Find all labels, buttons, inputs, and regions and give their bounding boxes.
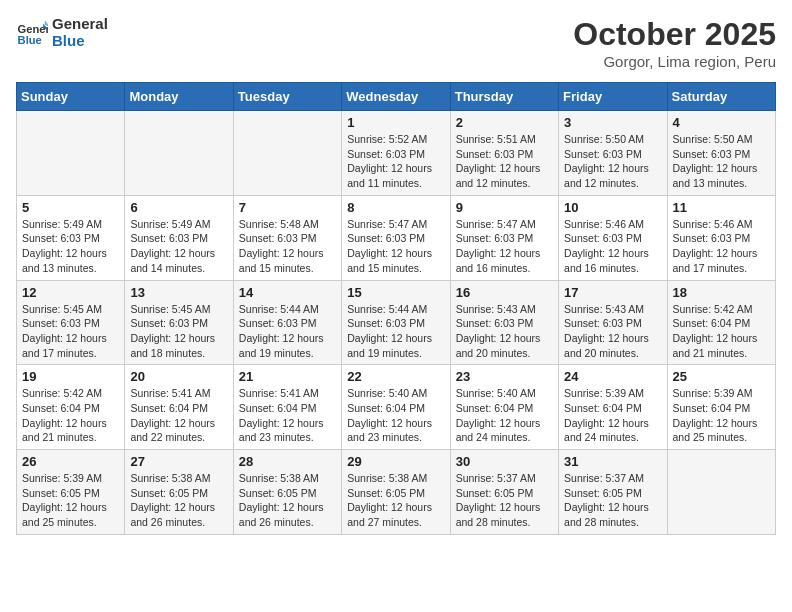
calendar-cell: 27Sunrise: 5:38 AM Sunset: 6:05 PM Dayli… [125, 450, 233, 535]
title-block: October 2025 Gorgor, Lima region, Peru [573, 16, 776, 70]
calendar-cell: 22Sunrise: 5:40 AM Sunset: 6:04 PM Dayli… [342, 365, 450, 450]
calendar-cell: 10Sunrise: 5:46 AM Sunset: 6:03 PM Dayli… [559, 195, 667, 280]
calendar-cell: 23Sunrise: 5:40 AM Sunset: 6:04 PM Dayli… [450, 365, 558, 450]
calendar-cell: 17Sunrise: 5:43 AM Sunset: 6:03 PM Dayli… [559, 280, 667, 365]
logo: General Blue General Blue [16, 16, 108, 49]
page-header: General Blue General Blue October 2025 G… [16, 16, 776, 70]
day-number: 5 [22, 200, 119, 215]
day-info: Sunrise: 5:40 AM Sunset: 6:04 PM Dayligh… [456, 386, 553, 445]
day-number: 4 [673, 115, 770, 130]
day-info: Sunrise: 5:38 AM Sunset: 6:05 PM Dayligh… [130, 471, 227, 530]
calendar-cell: 24Sunrise: 5:39 AM Sunset: 6:04 PM Dayli… [559, 365, 667, 450]
day-info: Sunrise: 5:49 AM Sunset: 6:03 PM Dayligh… [130, 217, 227, 276]
calendar-cell: 19Sunrise: 5:42 AM Sunset: 6:04 PM Dayli… [17, 365, 125, 450]
day-number: 22 [347, 369, 444, 384]
day-info: Sunrise: 5:50 AM Sunset: 6:03 PM Dayligh… [673, 132, 770, 191]
day-number: 9 [456, 200, 553, 215]
day-number: 10 [564, 200, 661, 215]
day-info: Sunrise: 5:52 AM Sunset: 6:03 PM Dayligh… [347, 132, 444, 191]
day-info: Sunrise: 5:51 AM Sunset: 6:03 PM Dayligh… [456, 132, 553, 191]
calendar-cell: 1Sunrise: 5:52 AM Sunset: 6:03 PM Daylig… [342, 111, 450, 196]
calendar-cell: 29Sunrise: 5:38 AM Sunset: 6:05 PM Dayli… [342, 450, 450, 535]
calendar-cell: 16Sunrise: 5:43 AM Sunset: 6:03 PM Dayli… [450, 280, 558, 365]
weekday-header-friday: Friday [559, 83, 667, 111]
calendar-week-1: 1Sunrise: 5:52 AM Sunset: 6:03 PM Daylig… [17, 111, 776, 196]
calendar-cell: 15Sunrise: 5:44 AM Sunset: 6:03 PM Dayli… [342, 280, 450, 365]
calendar-cell: 13Sunrise: 5:45 AM Sunset: 6:03 PM Dayli… [125, 280, 233, 365]
weekday-header-thursday: Thursday [450, 83, 558, 111]
calendar-cell: 9Sunrise: 5:47 AM Sunset: 6:03 PM Daylig… [450, 195, 558, 280]
calendar-cell: 26Sunrise: 5:39 AM Sunset: 6:05 PM Dayli… [17, 450, 125, 535]
day-info: Sunrise: 5:44 AM Sunset: 6:03 PM Dayligh… [239, 302, 336, 361]
day-number: 25 [673, 369, 770, 384]
day-info: Sunrise: 5:43 AM Sunset: 6:03 PM Dayligh… [564, 302, 661, 361]
day-info: Sunrise: 5:41 AM Sunset: 6:04 PM Dayligh… [239, 386, 336, 445]
day-number: 20 [130, 369, 227, 384]
day-info: Sunrise: 5:49 AM Sunset: 6:03 PM Dayligh… [22, 217, 119, 276]
calendar-cell: 25Sunrise: 5:39 AM Sunset: 6:04 PM Dayli… [667, 365, 775, 450]
logo-icon: General Blue [16, 17, 48, 49]
calendar-cell: 12Sunrise: 5:45 AM Sunset: 6:03 PM Dayli… [17, 280, 125, 365]
day-info: Sunrise: 5:38 AM Sunset: 6:05 PM Dayligh… [347, 471, 444, 530]
calendar-cell [17, 111, 125, 196]
day-number: 23 [456, 369, 553, 384]
day-info: Sunrise: 5:41 AM Sunset: 6:04 PM Dayligh… [130, 386, 227, 445]
day-number: 17 [564, 285, 661, 300]
calendar-cell: 30Sunrise: 5:37 AM Sunset: 6:05 PM Dayli… [450, 450, 558, 535]
calendar-cell: 8Sunrise: 5:47 AM Sunset: 6:03 PM Daylig… [342, 195, 450, 280]
day-number: 14 [239, 285, 336, 300]
day-info: Sunrise: 5:50 AM Sunset: 6:03 PM Dayligh… [564, 132, 661, 191]
calendar-cell: 11Sunrise: 5:46 AM Sunset: 6:03 PM Dayli… [667, 195, 775, 280]
weekday-header-tuesday: Tuesday [233, 83, 341, 111]
day-number: 11 [673, 200, 770, 215]
day-number: 2 [456, 115, 553, 130]
day-info: Sunrise: 5:43 AM Sunset: 6:03 PM Dayligh… [456, 302, 553, 361]
day-info: Sunrise: 5:47 AM Sunset: 6:03 PM Dayligh… [456, 217, 553, 276]
calendar-week-4: 19Sunrise: 5:42 AM Sunset: 6:04 PM Dayli… [17, 365, 776, 450]
calendar-cell: 31Sunrise: 5:37 AM Sunset: 6:05 PM Dayli… [559, 450, 667, 535]
calendar-cell [125, 111, 233, 196]
day-number: 29 [347, 454, 444, 469]
calendar-cell: 4Sunrise: 5:50 AM Sunset: 6:03 PM Daylig… [667, 111, 775, 196]
day-number: 12 [22, 285, 119, 300]
day-number: 27 [130, 454, 227, 469]
calendar-cell: 6Sunrise: 5:49 AM Sunset: 6:03 PM Daylig… [125, 195, 233, 280]
day-number: 13 [130, 285, 227, 300]
weekday-header-sunday: Sunday [17, 83, 125, 111]
day-info: Sunrise: 5:44 AM Sunset: 6:03 PM Dayligh… [347, 302, 444, 361]
weekday-header-monday: Monday [125, 83, 233, 111]
month-year-title: October 2025 [573, 16, 776, 53]
location-subtitle: Gorgor, Lima region, Peru [573, 53, 776, 70]
day-number: 19 [22, 369, 119, 384]
day-info: Sunrise: 5:39 AM Sunset: 6:05 PM Dayligh… [22, 471, 119, 530]
calendar-cell: 14Sunrise: 5:44 AM Sunset: 6:03 PM Dayli… [233, 280, 341, 365]
day-info: Sunrise: 5:37 AM Sunset: 6:05 PM Dayligh… [456, 471, 553, 530]
calendar-cell: 3Sunrise: 5:50 AM Sunset: 6:03 PM Daylig… [559, 111, 667, 196]
day-info: Sunrise: 5:40 AM Sunset: 6:04 PM Dayligh… [347, 386, 444, 445]
day-info: Sunrise: 5:48 AM Sunset: 6:03 PM Dayligh… [239, 217, 336, 276]
day-info: Sunrise: 5:47 AM Sunset: 6:03 PM Dayligh… [347, 217, 444, 276]
logo-blue: Blue [52, 33, 108, 50]
calendar-table: SundayMondayTuesdayWednesdayThursdayFrid… [16, 82, 776, 535]
day-info: Sunrise: 5:39 AM Sunset: 6:04 PM Dayligh… [673, 386, 770, 445]
calendar-cell [233, 111, 341, 196]
day-number: 31 [564, 454, 661, 469]
day-info: Sunrise: 5:37 AM Sunset: 6:05 PM Dayligh… [564, 471, 661, 530]
day-number: 21 [239, 369, 336, 384]
calendar-cell: 21Sunrise: 5:41 AM Sunset: 6:04 PM Dayli… [233, 365, 341, 450]
calendar-week-5: 26Sunrise: 5:39 AM Sunset: 6:05 PM Dayli… [17, 450, 776, 535]
day-info: Sunrise: 5:39 AM Sunset: 6:04 PM Dayligh… [564, 386, 661, 445]
day-info: Sunrise: 5:42 AM Sunset: 6:04 PM Dayligh… [673, 302, 770, 361]
day-number: 18 [673, 285, 770, 300]
calendar-cell: 18Sunrise: 5:42 AM Sunset: 6:04 PM Dayli… [667, 280, 775, 365]
day-info: Sunrise: 5:46 AM Sunset: 6:03 PM Dayligh… [564, 217, 661, 276]
weekday-header-wednesday: Wednesday [342, 83, 450, 111]
day-number: 1 [347, 115, 444, 130]
weekday-header-saturday: Saturday [667, 83, 775, 111]
calendar-cell: 20Sunrise: 5:41 AM Sunset: 6:04 PM Dayli… [125, 365, 233, 450]
calendar-week-3: 12Sunrise: 5:45 AM Sunset: 6:03 PM Dayli… [17, 280, 776, 365]
day-number: 3 [564, 115, 661, 130]
calendar-cell: 28Sunrise: 5:38 AM Sunset: 6:05 PM Dayli… [233, 450, 341, 535]
day-number: 8 [347, 200, 444, 215]
calendar-week-2: 5Sunrise: 5:49 AM Sunset: 6:03 PM Daylig… [17, 195, 776, 280]
